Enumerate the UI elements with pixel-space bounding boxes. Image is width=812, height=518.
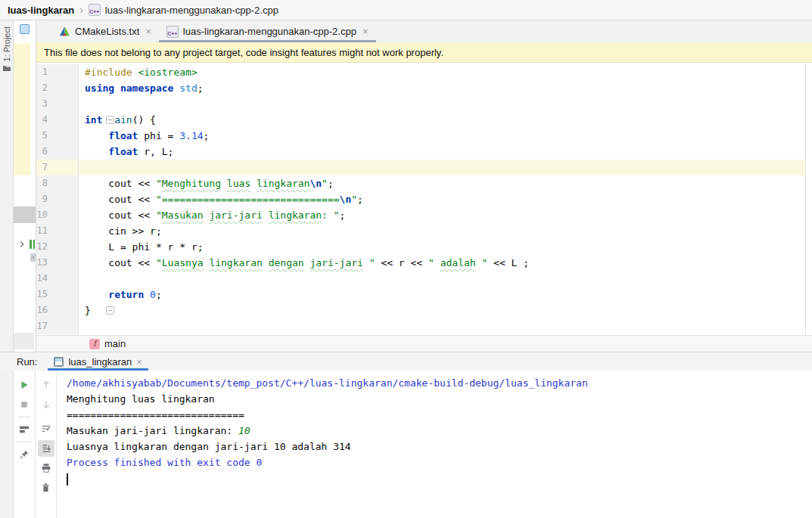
- code-text: L = phi * r * r;: [79, 239, 204, 255]
- line-number: 17: [36, 318, 79, 334]
- project-tool-window-button[interactable]: 1: Project: [0, 26, 14, 72]
- code-text: int main() {: [79, 112, 156, 128]
- run-tab-luas-lingkaran[interactable]: luas_lingkaran ×: [48, 352, 148, 371]
- run-label: Run:: [17, 356, 37, 368]
- cpp-file-icon: C++: [166, 26, 179, 38]
- close-icon[interactable]: ×: [362, 26, 369, 37]
- rerun-button[interactable]: [16, 377, 33, 393]
- code-line[interactable]: 7: [36, 160, 805, 175]
- code-line[interactable]: 2using namespace std;: [36, 80, 805, 96]
- line-number: 10: [36, 207, 79, 223]
- panel-scroll-corner: [14, 333, 34, 349]
- stop-button[interactable]: [16, 396, 33, 413]
- code-line[interactable]: 3: [36, 96, 805, 112]
- run-panel: /home/akhisyabab/Documents/temp_post/C++…: [0, 371, 812, 518]
- code-text: [79, 96, 85, 112]
- code-text: using namespace std;: [79, 80, 204, 96]
- code-text: [79, 271, 85, 287]
- line-number: 7: [36, 160, 79, 175]
- code-text: cout << "Menghitung luas lingkaran\n";: [79, 175, 334, 191]
- console-line: Luasnya lingkaran dengan jari-jari 10 ad…: [67, 439, 812, 454]
- down-stack-trace-button[interactable]: [38, 396, 54, 413]
- console-output: /home/akhisyabab/Documents/temp_post/C++…: [67, 375, 812, 470]
- up-stack-trace-button[interactable]: [38, 377, 54, 393]
- run-tool-window-header: Run: luas_lingkaran ×: [0, 352, 812, 371]
- code-line[interactable]: 6 float r, L;: [36, 144, 805, 160]
- code-line[interactable]: 17: [36, 318, 805, 334]
- code-text: #include <iostream>: [79, 64, 198, 80]
- code-line[interactable]: 13 cout << "Luasnya lingkaran dengan jar…: [36, 255, 805, 271]
- line-number: 14: [36, 271, 79, 287]
- close-icon[interactable]: ×: [136, 356, 142, 368]
- scroll-to-end-button[interactable]: [38, 440, 54, 457]
- cmake-icon: [59, 26, 70, 37]
- chevron-right-icon[interactable]: [17, 238, 27, 250]
- console-tab-icon: [54, 357, 64, 367]
- panel-options-icon[interactable]: [20, 24, 30, 34]
- banner-text: This file does not belong to any project…: [44, 47, 443, 58]
- line-number: 9: [36, 191, 79, 207]
- code-line[interactable]: 9 cout << "=============================…: [36, 191, 805, 207]
- print-button[interactable]: [38, 460, 54, 476]
- editor-tab-bar: CMakeLists.txt × C++ luas-lingkaran-meng…: [36, 20, 812, 42]
- clipped-file-icon: [30, 240, 35, 249]
- fold-marker-icon[interactable]: −: [106, 116, 114, 124]
- project-tree-selected-row[interactable]: [14, 206, 36, 223]
- line-number: 11: [36, 223, 79, 239]
- console-line: Process finished with exit code 0: [67, 454, 812, 470]
- code-line[interactable]: 16−}: [36, 302, 805, 318]
- tree-expander-icon[interactable]: ›: [30, 253, 36, 262]
- code-line[interactable]: 1#include <iostream>: [36, 64, 805, 80]
- line-number: 16: [36, 302, 79, 318]
- breadcrumb-file[interactable]: luas-lingkaran-menggunakan-cpp-2.cpp: [105, 5, 278, 16]
- breadcrumb-function-name[interactable]: main: [104, 338, 126, 349]
- project-tool-window-label: 1: Project: [2, 26, 11, 61]
- breadcrumb-project[interactable]: luas-lingkaran: [8, 5, 74, 16]
- editor-scrollbar[interactable]: [805, 63, 812, 335]
- toolbar-separator: [17, 417, 31, 417]
- restore-layout-button[interactable]: [16, 421, 33, 438]
- folder-icon: [2, 64, 11, 72]
- console-caret-line[interactable]: [67, 470, 812, 486]
- line-number: 2: [36, 80, 79, 96]
- code-line[interactable]: 12 L = phi * r * r;: [36, 239, 805, 255]
- tab-label: CMakeLists.txt: [75, 26, 139, 37]
- close-icon[interactable]: ×: [145, 26, 151, 37]
- clion-window: luas-lingkaran › C++ luas-lingkaran-meng…: [0, 0, 812, 518]
- pin-button[interactable]: [16, 446, 33, 463]
- clear-console-button[interactable]: [38, 479, 54, 496]
- editor-breadcrumb-bar: f main: [36, 335, 812, 352]
- code-editor[interactable]: 1#include <iostream>2using namespace std…: [36, 63, 805, 335]
- code-line[interactable]: 10 cout << "Masukan jari-jari lingkaran:…: [36, 207, 805, 223]
- fold-marker-icon[interactable]: −: [106, 306, 114, 315]
- code-line[interactable]: 5 float phi = 3.14;: [36, 128, 805, 144]
- tab-cmakelists[interactable]: CMakeLists.txt ×: [51, 20, 159, 42]
- code-line[interactable]: 8 cout << "Menghitung luas lingkaran\n";: [36, 175, 805, 191]
- console-line: /home/akhisyabab/Documents/temp_post/C++…: [67, 375, 812, 391]
- tab-label: luas-lingkaran-menggunakan-cpp-2.cpp: [183, 26, 356, 37]
- code-text: [79, 318, 85, 334]
- soft-wrap-button[interactable]: [38, 420, 54, 437]
- run-console[interactable]: /home/akhisyabab/Documents/temp_post/C++…: [57, 371, 812, 518]
- toolbar-separator: [17, 442, 31, 442]
- line-number: 4: [36, 112, 79, 128]
- code-text: return 0;: [79, 287, 162, 302]
- code-text: [79, 160, 85, 175]
- editor-notification-banner: This file does not belong to any project…: [36, 42, 812, 63]
- code-line[interactable]: 11 cin >> r;: [36, 223, 805, 239]
- project-tree-node[interactable]: [17, 238, 35, 250]
- code-line[interactable]: 15 return 0;: [36, 287, 805, 302]
- tab-cpp-file[interactable]: C++ luas-lingkaran-menggunakan-cpp-2.cpp…: [159, 20, 376, 42]
- project-panel-collapsed[interactable]: ›: [14, 20, 36, 352]
- breadcrumb: luas-lingkaran › C++ luas-lingkaran-meng…: [0, 0, 812, 20]
- line-number: 15: [36, 287, 79, 302]
- code-text: float r, L;: [79, 144, 173, 160]
- function-icon: f: [89, 339, 100, 349]
- code-line[interactable]: 14: [36, 271, 805, 287]
- code-line[interactable]: 4−int main() {: [36, 112, 805, 128]
- console-line: Masukan jari-jari lingkaran: 10: [67, 423, 812, 439]
- code-text: float phi = 3.14;: [79, 128, 209, 144]
- code-text: }: [79, 302, 91, 318]
- console-toolbar: [36, 371, 57, 518]
- console-line: ==============================: [67, 407, 812, 423]
